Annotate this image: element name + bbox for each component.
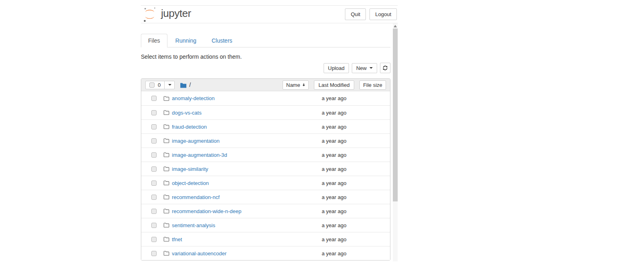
page-header: jupyter Quit Logout xyxy=(141,5,398,23)
file-row: variational-autoencoder a year ago xyxy=(141,246,390,260)
sort-name-label: Name xyxy=(286,82,300,88)
file-link[interactable]: recommendation-ncf xyxy=(172,194,314,200)
last-modified-cell: a year ago xyxy=(314,110,354,116)
refresh-icon xyxy=(382,65,388,71)
tab-bar: Files Running Clusters xyxy=(141,34,390,47)
last-modified-cell: a year ago xyxy=(314,180,354,186)
file-link[interactable]: variational-autoencoder xyxy=(172,250,314,257)
folder-icon xyxy=(163,236,169,242)
file-link[interactable]: object-detection xyxy=(172,180,314,186)
tab-files[interactable]: Files xyxy=(141,34,167,47)
row-checkbox[interactable] xyxy=(151,152,157,158)
file-row: image-augmentation-3d a year ago xyxy=(141,148,390,162)
last-modified-cell: a year ago xyxy=(314,250,354,257)
select-all-button[interactable]: 0 xyxy=(145,81,165,89)
file-link[interactable]: image-augmentation xyxy=(172,138,314,144)
last-modified-cell: a year ago xyxy=(314,208,354,214)
select-dropdown-button[interactable] xyxy=(164,81,175,89)
last-modified-cell: a year ago xyxy=(314,166,354,172)
last-modified-cell: a year ago xyxy=(314,152,354,158)
logout-button[interactable]: Logout xyxy=(369,8,397,20)
vertical-scrollbar[interactable] xyxy=(393,23,398,261)
tab-clusters[interactable]: Clusters xyxy=(204,34,239,47)
row-checkbox[interactable] xyxy=(151,209,157,214)
logo-wordmark: jupyter xyxy=(161,7,191,20)
file-row: anomaly-detection a year ago xyxy=(141,91,390,105)
file-row: fraud-detection a year ago xyxy=(141,119,390,133)
file-row: image-similarity a year ago xyxy=(141,162,390,176)
scroll-up-icon[interactable] xyxy=(394,25,397,27)
file-link[interactable]: image-similarity xyxy=(172,166,314,172)
file-row: sentiment-analysis a year ago xyxy=(141,218,390,232)
body-content: Files Running Clusters Select items to p… xyxy=(141,34,390,261)
body-region: Files Running Clusters Select items to p… xyxy=(141,23,398,261)
jupyter-logo-icon xyxy=(141,6,158,23)
folder-icon xyxy=(163,96,169,101)
file-row: image-augmentation a year ago xyxy=(141,133,390,148)
selected-count: 0 xyxy=(158,82,161,88)
row-checkbox[interactable] xyxy=(151,237,157,242)
file-link[interactable]: fraud-detection xyxy=(172,124,314,130)
sort-buttons: Name Last Modified File size xyxy=(283,80,386,90)
last-modified-cell: a year ago xyxy=(314,95,354,101)
row-checkbox[interactable] xyxy=(151,251,157,256)
file-link[interactable]: sentiment-analysis xyxy=(172,222,314,228)
toolbar-buttons: Upload New xyxy=(141,63,390,73)
breadcrumb-folder-icon[interactable] xyxy=(180,82,187,88)
last-modified-cell: a year ago xyxy=(314,222,354,228)
folder-icon xyxy=(163,166,169,172)
row-checkbox[interactable] xyxy=(151,110,157,115)
file-link[interactable]: anomaly-detection xyxy=(172,95,314,101)
jupyter-file-browser: jupyter Quit Logout Files Running Cluste… xyxy=(0,0,644,273)
file-row: object-detection a year ago xyxy=(141,176,390,190)
row-checkbox[interactable] xyxy=(151,96,157,101)
file-link[interactable]: dogs-vs-cats xyxy=(172,110,314,116)
refresh-button[interactable] xyxy=(380,63,390,73)
chevron-down-icon xyxy=(369,67,373,69)
folder-icon xyxy=(163,222,169,228)
auth-buttons: Quit Logout xyxy=(345,8,397,20)
file-link[interactable]: image-augmentation-3d xyxy=(172,152,314,158)
instructions-text: Select items to perform actions on them. xyxy=(141,53,390,60)
last-modified-cell: a year ago xyxy=(314,236,354,242)
breadcrumb-path[interactable]: / xyxy=(189,82,191,88)
row-checkbox[interactable] xyxy=(151,195,157,200)
file-link[interactable]: tfnet xyxy=(172,236,314,242)
row-checkbox[interactable] xyxy=(151,166,157,172)
last-modified-cell: a year ago xyxy=(314,194,354,200)
row-checkbox[interactable] xyxy=(151,138,157,144)
file-list-body: anomaly-detection a year ago dogs-vs-cat… xyxy=(141,91,390,260)
chevron-down-icon xyxy=(168,84,171,86)
file-row: tfnet a year ago xyxy=(141,232,390,246)
new-dropdown-button[interactable]: New xyxy=(352,63,377,73)
folder-icon xyxy=(163,152,169,158)
folder-icon xyxy=(163,208,169,214)
folder-icon xyxy=(163,250,169,256)
select-all-button-group: 0 xyxy=(145,81,175,89)
new-dropdown-label: New xyxy=(356,66,367,71)
folder-icon xyxy=(163,194,169,200)
file-row: recommendation-ncf a year ago xyxy=(141,190,390,204)
quit-button[interactable]: Quit xyxy=(345,8,366,20)
folder-icon xyxy=(163,124,169,129)
row-checkbox[interactable] xyxy=(151,223,157,228)
sort-name-button[interactable]: Name xyxy=(283,80,309,90)
arrow-down-icon xyxy=(302,82,305,87)
file-list-header: 0 / Name xyxy=(141,79,390,91)
sort-last-modified-button[interactable]: Last Modified xyxy=(314,80,354,90)
row-checkbox[interactable] xyxy=(151,124,157,129)
tab-running[interactable]: Running xyxy=(168,34,204,47)
folder-icon xyxy=(163,138,169,144)
upload-button[interactable]: Upload xyxy=(324,63,349,73)
folder-icon xyxy=(163,110,169,115)
row-checkbox[interactable] xyxy=(151,181,157,186)
file-link[interactable]: recommendation-wide-n-deep xyxy=(172,208,314,214)
file-row: dogs-vs-cats a year ago xyxy=(141,105,390,119)
sort-file-size-button[interactable]: File size xyxy=(359,80,386,90)
jupyter-logo[interactable]: jupyter xyxy=(141,6,191,23)
last-modified-cell: a year ago xyxy=(314,138,354,144)
file-row: recommendation-wide-n-deep a year ago xyxy=(141,204,390,218)
select-all-checkbox[interactable] xyxy=(149,82,155,88)
folder-icon xyxy=(163,180,169,186)
scrollbar-thumb[interactable] xyxy=(393,29,398,201)
